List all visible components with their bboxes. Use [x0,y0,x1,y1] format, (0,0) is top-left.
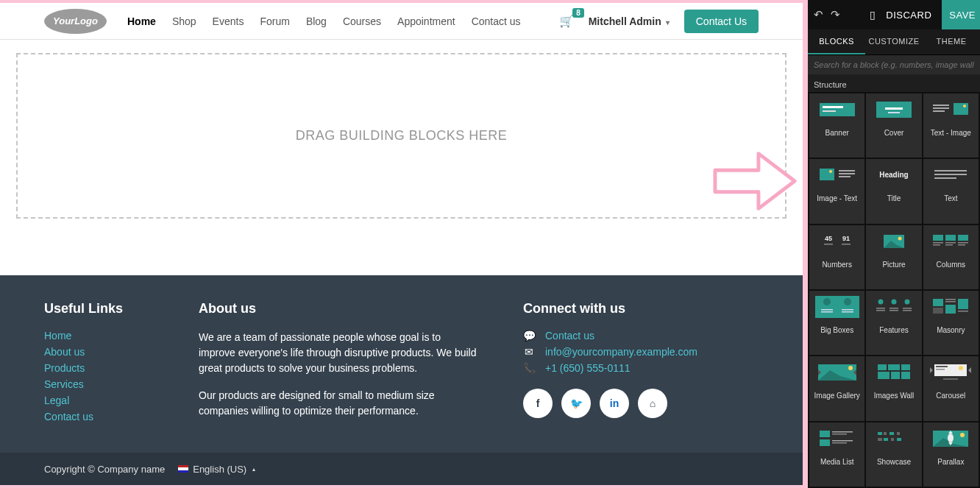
svg-rect-13 [839,170,855,171]
editor-panel: ↶ ↷ ▯ DISCARD SAVE BLOCKS CUSTOMIZE THEM… [808,0,980,488]
nav-forum[interactable]: Forum [260,15,289,27]
block-label: Images Wall [866,389,921,404]
nav-appointment[interactable]: Appointment [397,15,455,27]
twitter-icon[interactable]: 🐦 [561,389,591,418]
linkedin-icon[interactable]: in [600,389,629,418]
footer-phone-link[interactable]: +1 (650) 555-0111 [545,362,631,374]
svg-rect-33 [958,242,968,244]
block-label: Media List [809,455,864,470]
tab-blocks[interactable]: BLOCKS [808,29,865,54]
block-thumb: 4591 [809,225,864,258]
svg-point-36 [823,298,831,305]
block-thumb [809,422,864,455]
contact-us-button[interactable]: Contact Us [684,10,759,33]
footer-about-p1: We are a team of passionate people whose… [199,330,478,376]
block-cover[interactable]: Cover [866,93,921,158]
block-label: Picture [866,258,921,273]
user-menu[interactable]: Mitchell Admin [589,15,670,27]
svg-rect-66 [891,372,900,379]
block-big-boxes[interactable]: Big Boxes [809,291,864,355]
mobile-preview-icon[interactable]: ▯ [870,9,876,21]
svg-rect-39 [842,309,853,311]
svg-rect-85 [878,438,882,441]
footer-link[interactable]: Contact us [44,411,155,422]
svg-rect-31 [945,244,953,246]
nav-contact[interactable]: Contact us [472,15,521,27]
nav-blog[interactable]: Blog [306,15,327,27]
svg-rect-27 [933,242,943,244]
block-image-gallery[interactable]: Image Gallery [809,356,864,420]
redo-icon[interactable]: ↷ [831,8,840,21]
block-picture[interactable]: Picture [866,225,921,289]
block-label: Masonry [923,323,979,339]
block-title[interactable]: HeadingTitle [866,159,921,223]
svg-rect-50 [903,310,912,311]
nav-events[interactable]: Events [213,15,244,27]
discard-button[interactable]: DISCARD [886,10,931,21]
footer-email-link[interactable]: info@yourcompany.example.com [545,346,697,358]
svg-rect-57 [958,311,968,312]
block-parallax[interactable]: Parallax [923,422,979,487]
block-columns[interactable]: Columns [923,225,979,289]
drop-zone-text: DRAG BUILDING BLOCKS HERE [296,128,508,144]
svg-point-59 [848,366,853,370]
block-images-wall[interactable]: Images Wall [866,356,921,420]
footer-link[interactable]: Legal [44,395,155,406]
block-thumb [866,356,921,389]
svg-point-90 [960,433,965,437]
svg-rect-54 [945,301,956,303]
block-label: Columns [923,258,979,273]
site-logo[interactable]: YourLogo [44,9,107,34]
nav-courses[interactable]: Courses [343,15,381,27]
svg-rect-88 [897,438,901,441]
svg-point-25 [898,236,901,240]
svg-rect-74 [943,378,958,380]
block-label: Text - Image [923,126,979,141]
block-carousel[interactable]: Carousel [923,356,979,420]
hint-arrow [711,144,798,218]
svg-text:45: 45 [825,235,832,242]
undo-icon[interactable]: ↶ [814,8,823,21]
block-text-image[interactable]: Text - Image [923,93,979,158]
block-media-list[interactable]: Media List [809,422,864,487]
svg-point-44 [904,299,909,304]
drop-zone[interactable]: DRAG BUILDING BLOCKS HERE [16,53,787,219]
footer-link[interactable]: Home [44,330,155,342]
cart-button[interactable]: 🛒 8 [559,14,574,28]
block-search-input[interactable] [814,60,974,69]
nav-home[interactable]: Home [127,15,156,27]
block-label: Carousel [923,389,979,404]
footer-link[interactable]: Services [44,378,155,390]
block-label: Title [866,191,921,207]
block-features[interactable]: Features [866,291,921,355]
footer-contact-link[interactable]: Contact us [545,330,594,342]
block-showcase[interactable]: Showcase [866,422,921,487]
top-nav: YourLogo Home Shop Events Forum Blog Cou… [0,3,803,40]
tab-customize[interactable]: CUSTOMIZE [865,29,923,54]
block-masonry[interactable]: Masonry [923,291,979,355]
svg-rect-41 [842,311,853,313]
panel-tabs: BLOCKS CUSTOMIZE THEME [808,29,980,55]
block-image-text[interactable]: Image - Text [809,159,864,223]
block-text[interactable]: Text [923,159,979,223]
svg-rect-45 [876,308,885,309]
home-icon[interactable]: ⌂ [638,389,667,418]
save-button[interactable]: SAVE [942,0,980,29]
svg-rect-87 [891,438,894,441]
social-buttons: f 🐦 in ⌂ [523,389,759,418]
svg-point-91 [948,434,954,442]
footer-link[interactable]: Products [44,362,155,374]
cart-icon: 🛒 [559,15,574,27]
facebook-icon[interactable]: f [523,389,553,418]
block-numbers[interactable]: 4591Numbers [809,225,864,289]
tab-theme[interactable]: THEME [923,29,980,54]
chat-icon: 💬 [523,330,535,342]
svg-rect-80 [832,442,847,444]
footer-link[interactable]: About us [44,346,155,358]
nav-shop[interactable]: Shop [172,15,196,27]
svg-text:91: 91 [842,235,850,242]
block-banner[interactable]: Banner [809,93,864,158]
section-structure-label: Structure [808,74,980,92]
language-selector[interactable]: English (US) [178,464,255,475]
svg-rect-78 [820,439,830,446]
